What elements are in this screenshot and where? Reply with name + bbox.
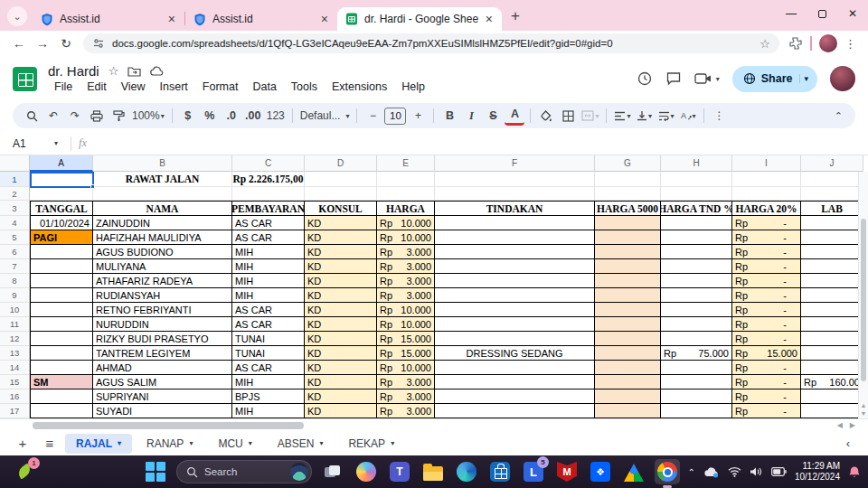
microsoft-store-icon[interactable]: [487, 459, 513, 484]
cell[interactable]: KD: [305, 317, 377, 332]
menu-help[interactable]: Help: [395, 80, 431, 94]
cell[interactable]: [595, 187, 661, 201]
cell[interactable]: [435, 274, 595, 288]
vertical-scrollbar[interactable]: ▲▼: [858, 172, 868, 418]
cell[interactable]: [732, 172, 801, 187]
cell[interactable]: [801, 317, 863, 332]
close-button[interactable]: ✕: [837, 1, 868, 26]
hide-menus-icon[interactable]: ⌃: [835, 110, 843, 122]
widgets-icon[interactable]: 1: [14, 460, 38, 483]
sheet-tab-menu-icon[interactable]: ▾: [118, 439, 121, 447]
cell[interactable]: KD: [305, 404, 377, 418]
cell[interactable]: [435, 389, 595, 404]
cell[interactable]: AS CAR: [232, 303, 305, 317]
cell[interactable]: [435, 361, 595, 375]
cell[interactable]: [661, 375, 732, 389]
cell[interactable]: [30, 187, 93, 201]
sheetbar-collapse-icon[interactable]: ‹: [846, 436, 857, 450]
cell[interactable]: [801, 332, 863, 346]
cell[interactable]: Rp-: [732, 216, 801, 230]
cell[interactable]: Rp10.000: [377, 317, 435, 332]
row-header[interactable]: 4: [0, 216, 30, 230]
cell[interactable]: [801, 172, 863, 187]
wifi-icon[interactable]: [728, 466, 741, 477]
search-highlight-image[interactable]: [290, 463, 308, 481]
row-header[interactable]: 14: [0, 361, 30, 375]
print-icon[interactable]: [87, 106, 107, 126]
cell[interactable]: LAB: [801, 201, 863, 216]
cell[interactable]: [435, 288, 595, 303]
dropbox-icon[interactable]: ❖: [588, 459, 613, 484]
search-menus-icon[interactable]: [22, 106, 42, 126]
task-view-icon[interactable]: [320, 459, 345, 484]
cell[interactable]: [595, 389, 661, 404]
cell[interactable]: TINDAKAN: [435, 201, 595, 216]
cell[interactable]: Rp3.000: [377, 245, 435, 259]
cell[interactable]: AS CAR: [232, 230, 305, 245]
cell[interactable]: [30, 404, 93, 418]
more-formats-icon[interactable]: 123: [265, 106, 287, 126]
cell[interactable]: Rp3.000: [377, 288, 435, 303]
row-header[interactable]: 3: [0, 201, 30, 216]
cell[interactable]: Rp-: [732, 230, 801, 245]
tab-close-icon[interactable]: ×: [319, 12, 330, 26]
cell[interactable]: [595, 288, 661, 303]
comments-icon[interactable]: [665, 70, 682, 87]
cell[interactable]: [595, 216, 661, 230]
cell[interactable]: [801, 274, 863, 288]
text-rotation-icon[interactable]: A ▾: [678, 106, 698, 126]
site-info-icon[interactable]: [92, 37, 105, 50]
column-header-A[interactable]: A: [30, 155, 93, 172]
name-box-dropdown-icon[interactable]: ▾: [54, 139, 58, 147]
cell[interactable]: [595, 259, 661, 274]
cell[interactable]: [30, 259, 93, 274]
cell[interactable]: KD: [305, 216, 377, 230]
back-icon[interactable]: ←: [7, 36, 31, 51]
taskbar-clock[interactable]: 11:29 AM 10/12/2024: [795, 461, 840, 483]
row-header[interactable]: 11: [0, 317, 30, 332]
cell[interactable]: [30, 172, 93, 187]
cell[interactable]: [30, 389, 93, 404]
cell[interactable]: MIH: [232, 288, 305, 303]
cell[interactable]: 01/10/2024: [30, 216, 93, 230]
cell[interactable]: [435, 404, 595, 418]
url-field[interactable]: docs.google.com/spreadsheets/d/1QfQ-LG3e…: [83, 33, 779, 53]
chrome-icon[interactable]: [655, 459, 680, 484]
cell[interactable]: Rp10.000: [377, 303, 435, 317]
cell[interactable]: [30, 317, 93, 332]
cell[interactable]: [661, 361, 732, 375]
sheet-tab-menu-icon[interactable]: ▾: [319, 439, 323, 447]
cell[interactable]: [801, 288, 863, 303]
cell[interactable]: Rp3.000: [377, 404, 435, 418]
cell[interactable]: Rp-: [732, 288, 801, 303]
cell[interactable]: AS CAR: [232, 216, 305, 230]
battery-icon[interactable]: [771, 467, 787, 476]
cell[interactable]: [595, 303, 661, 317]
text-color-icon[interactable]: A: [505, 106, 524, 126]
column-header-C[interactable]: C: [232, 155, 305, 172]
select-all-corner[interactable]: [0, 155, 30, 172]
reload-icon[interactable]: ↻: [54, 36, 78, 51]
cell[interactable]: [595, 332, 661, 346]
cell[interactable]: [801, 245, 863, 259]
cell[interactable]: [377, 172, 435, 187]
cell[interactable]: [435, 317, 595, 332]
volume-icon[interactable]: [750, 466, 763, 477]
cell[interactable]: KD: [305, 245, 377, 259]
cell[interactable]: Rp160.00: [801, 375, 863, 389]
cell[interactable]: Rp10.000: [377, 361, 435, 375]
name-box[interactable]: A1 ▾: [7, 137, 63, 150]
cell[interactable]: KD: [305, 361, 377, 375]
cell[interactable]: Rp75.000: [661, 346, 732, 361]
move-to-folder-icon[interactable]: [127, 66, 141, 77]
cell[interactable]: RETNO FEBRIYANTI: [93, 303, 232, 317]
start-button[interactable]: [143, 459, 168, 484]
cell[interactable]: SUPRIYANI: [93, 389, 232, 404]
row-header[interactable]: 5: [0, 230, 30, 245]
cell[interactable]: AGUS BUDIONO: [93, 245, 232, 259]
row-header[interactable]: 17: [0, 404, 30, 418]
cell[interactable]: [30, 245, 93, 259]
cell[interactable]: [595, 375, 661, 389]
menu-edit[interactable]: Edit: [80, 80, 113, 94]
redo-icon[interactable]: ↷: [65, 106, 85, 126]
